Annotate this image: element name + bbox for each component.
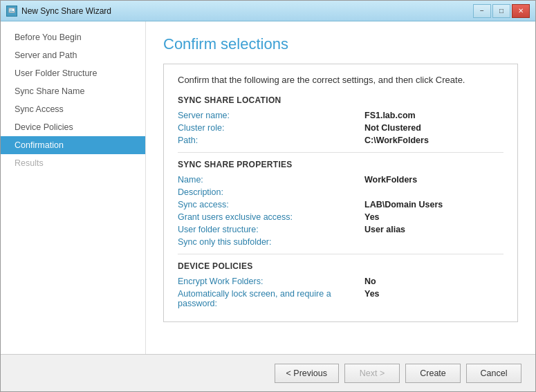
wizard-window: New Sync Share Wizard − □ ✕ Before You B… xyxy=(0,0,536,392)
close-button[interactable]: ✕ xyxy=(512,4,530,18)
row-name: Name: WorkFolders xyxy=(178,175,503,185)
row-sync-access: Sync access: LAB\Domain Users xyxy=(178,200,503,209)
confirm-intro: Confirm that the following are the corre… xyxy=(178,75,503,85)
value-cluster-role: Not Clustered xyxy=(364,123,421,133)
main-content: Confirm selections Confirm that the foll… xyxy=(146,21,535,354)
svg-rect-1 xyxy=(10,10,12,10)
row-user-folder-structure: User folder structure: User alias xyxy=(178,225,503,234)
value-exclusive-access: Yes xyxy=(364,212,380,222)
label-lock-screen: Automatically lock screen, and require a… xyxy=(178,289,364,308)
value-sync-access: LAB\Domain Users xyxy=(364,200,443,209)
svg-rect-2 xyxy=(10,11,14,12)
divider-2 xyxy=(178,254,503,254)
value-lock-screen: Yes xyxy=(364,289,380,308)
row-exclusive-access: Grant users exclusive access: Yes xyxy=(178,212,503,222)
cancel-button[interactable]: Cancel xyxy=(466,364,521,383)
sidebar-item-sync-access[interactable]: Sync Access xyxy=(1,100,145,118)
label-description: Description: xyxy=(178,187,364,197)
sidebar: Before You Begin Server and Path User Fo… xyxy=(1,21,146,354)
sidebar-item-confirmation[interactable]: Confirmation xyxy=(1,136,145,154)
row-lock-screen: Automatically lock screen, and require a… xyxy=(178,289,503,308)
title-bar: New Sync Share Wizard − □ ✕ xyxy=(1,1,535,21)
label-sync-access: Sync access: xyxy=(178,200,364,209)
sidebar-item-sync-share-name[interactable]: Sync Share Name xyxy=(1,82,145,100)
sidebar-item-before-you-begin[interactable]: Before You Begin xyxy=(1,28,145,46)
footer: < Previous Next > Create Cancel xyxy=(1,354,535,391)
section-header-location: SYNC SHARE LOCATION xyxy=(178,95,503,105)
label-encrypt: Encrypt Work Folders: xyxy=(178,277,364,286)
minimize-button[interactable]: − xyxy=(473,4,491,18)
wizard-icon xyxy=(6,6,17,17)
label-name: Name: xyxy=(178,175,364,185)
main-layout: Before You Begin Server and Path User Fo… xyxy=(1,21,535,354)
value-path: C:\WorkFolders xyxy=(364,136,429,145)
sidebar-item-results: Results xyxy=(1,154,145,172)
title-bar-left: New Sync Share Wizard xyxy=(6,6,111,17)
row-encrypt: Encrypt Work Folders: No xyxy=(178,277,503,286)
section-header-properties: SYNC SHARE PROPERTIES xyxy=(178,160,503,169)
restore-button[interactable]: □ xyxy=(492,4,510,18)
window-title: New Sync Share Wizard xyxy=(21,6,111,16)
value-name: WorkFolders xyxy=(364,175,417,185)
confirm-box: Confirm that the following are the corre… xyxy=(163,64,518,322)
row-cluster-role: Cluster role: Not Clustered xyxy=(178,123,503,133)
label-path: Path: xyxy=(178,136,364,145)
row-server-name: Server name: FS1.lab.com xyxy=(178,111,503,120)
previous-button[interactable]: < Previous xyxy=(275,364,339,383)
value-encrypt: No xyxy=(364,277,376,286)
sidebar-item-device-policies[interactable]: Device Policies xyxy=(1,118,145,136)
sidebar-item-user-folder-structure[interactable]: User Folder Structure xyxy=(1,64,145,82)
value-server-name: FS1.lab.com xyxy=(364,111,416,120)
label-subfolder: Sync only this subfolder: xyxy=(178,237,364,247)
label-cluster-role: Cluster role: xyxy=(178,123,364,133)
section-header-device-policies: DEVICE POLICIES xyxy=(178,261,503,271)
page-title: Confirm selections xyxy=(163,35,518,53)
row-description: Description: xyxy=(178,187,503,197)
next-button: Next > xyxy=(344,364,400,383)
row-subfolder: Sync only this subfolder: xyxy=(178,237,503,247)
value-user-folder-structure: User alias xyxy=(364,225,405,234)
label-exclusive-access: Grant users exclusive access: xyxy=(178,212,364,222)
sidebar-item-server-and-path[interactable]: Server and Path xyxy=(1,46,145,64)
title-bar-buttons: − □ ✕ xyxy=(473,4,530,18)
label-server-name: Server name: xyxy=(178,111,364,120)
divider-1 xyxy=(178,152,503,153)
row-path: Path: C:\WorkFolders xyxy=(178,136,503,145)
label-user-folder-structure: User folder structure: xyxy=(178,225,364,234)
create-button[interactable]: Create xyxy=(405,364,461,383)
